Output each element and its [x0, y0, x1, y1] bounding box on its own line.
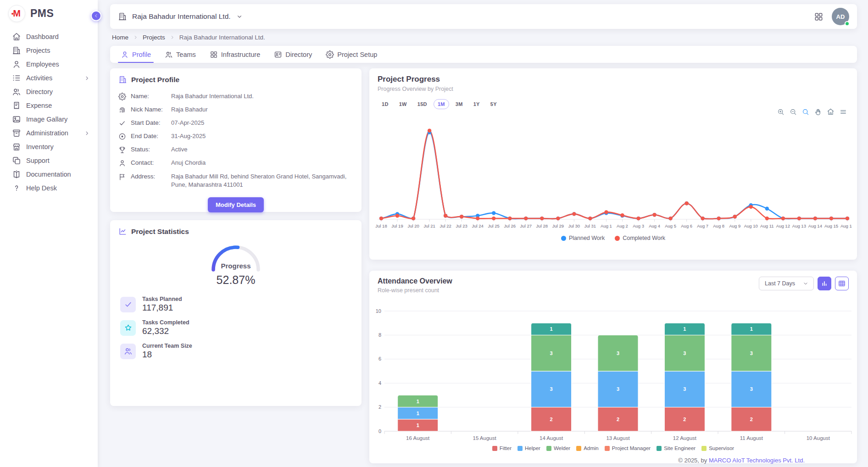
statistics-list: Tasks Planned117,891Tasks Completed62,33…: [118, 296, 353, 360]
sidebar-item-inventory[interactable]: Inventory: [0, 140, 98, 154]
project-progress-chart[interactable]: Jul 18Jul 19Jul 20Jul 21Jul 22Jul 23Jul …: [375, 124, 852, 233]
profile-card-header: Project Profile: [118, 75, 353, 84]
sidebar-item-documentation[interactable]: Documentation: [0, 167, 98, 181]
breadcrumb-item-projects[interactable]: Projects: [143, 34, 165, 41]
zoom-out-icon[interactable]: [790, 108, 797, 116]
svg-text:3: 3: [750, 386, 753, 392]
sidebar-item-directory[interactable]: Directory: [0, 85, 98, 99]
users-icon: [165, 50, 173, 59]
disc-icon: [118, 132, 131, 140]
table-view-button[interactable]: [835, 277, 849, 290]
tab-directory[interactable]: Directory: [267, 46, 319, 63]
list-icon: [12, 73, 21, 83]
svg-text:Aug 5: Aug 5: [665, 223, 676, 228]
app-logo[interactable]: M PMS: [0, 0, 98, 26]
svg-text:1: 1: [750, 326, 753, 332]
field-value: Anuj Chordia: [171, 159, 206, 167]
svg-text:Aug 10: Aug 10: [744, 223, 758, 228]
sidebar-item-dashboard[interactable]: Dashboard: [0, 30, 98, 44]
menu-icon[interactable]: [840, 108, 847, 116]
legend-supervisor[interactable]: Supervisor: [701, 445, 734, 451]
legend-project-manager[interactable]: Project Manager: [605, 445, 651, 451]
apps-grid-icon[interactable]: [814, 12, 823, 22]
svg-text:Aug 14: Aug 14: [808, 223, 822, 228]
progress-card-subtitle: Progress Overview by Project: [378, 86, 849, 92]
chevron-down-icon: [802, 280, 809, 287]
legend-planned-work[interactable]: Planned Work: [561, 235, 605, 241]
range-1y-button[interactable]: 1Y: [469, 99, 484, 109]
attendance-chart[interactable]: 024681011116 August15 August233114 Augus…: [373, 305, 855, 443]
profile-field-name: Name:Raja Bahadur International Ltd.: [118, 89, 353, 103]
legend-admin[interactable]: Admin: [576, 445, 599, 451]
trophy-icon: [118, 145, 131, 154]
range-1m-button[interactable]: 1M: [434, 99, 449, 109]
table-icon: [838, 279, 846, 288]
date-range-select[interactable]: Last 7 Days: [759, 277, 814, 290]
tab-profile[interactable]: Profile: [114, 46, 158, 63]
range-1d-button[interactable]: 1D: [378, 99, 393, 109]
building-icon: [118, 12, 127, 21]
chart-toolbar: [777, 108, 847, 116]
chart-view-button[interactable]: [818, 277, 831, 290]
field-value: Raja Bahadur Mill Rd, behind Sheraton Gr…: [171, 172, 353, 189]
svg-text:3: 3: [683, 386, 686, 392]
range-15d-button[interactable]: 15D: [413, 99, 431, 109]
sidebar-item-employees[interactable]: Employees: [0, 57, 98, 71]
legend-marker: [561, 236, 566, 241]
selection-zoom-icon[interactable]: [802, 108, 809, 116]
grid-icon: [210, 50, 218, 59]
zoom-in-icon[interactable]: [777, 108, 785, 116]
sidebar-item-administration[interactable]: Administration: [0, 126, 98, 140]
legend-helper[interactable]: Helper: [517, 445, 540, 451]
tab-teams[interactable]: Teams: [158, 46, 203, 63]
company-selector[interactable]: Raja Bahadur International Ltd.: [118, 12, 243, 21]
sidebar-item-image-gallary[interactable]: Image Gallary: [0, 112, 98, 126]
breadcrumb-item-home[interactable]: Home: [112, 34, 128, 41]
legend-label: Project Manager: [612, 445, 651, 451]
range-5y-button[interactable]: 5Y: [486, 99, 501, 109]
svg-text:Jul 19: Jul 19: [391, 223, 403, 228]
sidebar-item-help-desk[interactable]: Help Desk: [0, 181, 98, 195]
legend-label: Completed Work: [623, 235, 665, 241]
range-1w-button[interactable]: 1W: [395, 99, 411, 109]
svg-text:Jul 29: Jul 29: [552, 223, 564, 228]
chevron-right-icon: [83, 130, 90, 137]
tab-project-setup[interactable]: Project Setup: [319, 46, 384, 63]
svg-text:Aug 4: Aug 4: [649, 223, 660, 228]
legend-site-engineer[interactable]: Site Engineer: [657, 445, 696, 451]
sidebar-item-label: Support: [26, 157, 50, 164]
header-bar: Raja Bahadur International Ltd. AD: [110, 4, 857, 29]
legend-fitter[interactable]: Fitter: [492, 445, 512, 451]
svg-text:0: 0: [378, 428, 381, 434]
tab-label: Directory: [285, 51, 312, 58]
svg-text:Jul 30: Jul 30: [568, 223, 580, 228]
tab-infrastructure[interactable]: Infrastructure: [203, 46, 267, 63]
svg-text:Aug 16: Aug 16: [840, 223, 852, 228]
sidebar-item-activities[interactable]: Activities: [0, 71, 98, 85]
svg-text:3: 3: [617, 350, 619, 356]
profile-field-address: Address:Raja Bahadur Mill Rd, behind She…: [118, 170, 353, 191]
field-label: Contact:: [131, 159, 171, 166]
modify-details-button[interactable]: Modify Details: [208, 197, 264, 212]
check-icon: [118, 119, 131, 127]
footer-company-link[interactable]: MARCO AIoT Technologies Pvt. Ltd.: [709, 457, 805, 464]
svg-text:1: 1: [550, 326, 553, 332]
svg-text:Jul 18: Jul 18: [375, 223, 387, 228]
svg-text:2: 2: [378, 404, 381, 410]
sidebar-item-expense[interactable]: Expense: [0, 99, 98, 112]
sidebar-item-projects[interactable]: Projects: [0, 44, 98, 57]
field-value: Active: [171, 145, 187, 154]
range-3m-button[interactable]: 3M: [451, 99, 467, 109]
sidebar-collapse-button[interactable]: [91, 11, 101, 21]
avatar[interactable]: AD: [832, 8, 849, 25]
home-icon[interactable]: [827, 108, 835, 116]
field-label: Status:: [131, 145, 171, 153]
sidebar-item-support[interactable]: Support: [0, 154, 98, 167]
logo-letter: M: [13, 8, 21, 19]
legend-completed-work[interactable]: Completed Work: [615, 235, 665, 241]
legend-label: Helper: [525, 445, 540, 451]
sidebar-item-label: Documentation: [26, 171, 71, 178]
svg-text:Aug 11: Aug 11: [760, 223, 773, 228]
pan-icon[interactable]: [814, 108, 822, 116]
legend-welder[interactable]: Welder: [546, 445, 570, 451]
